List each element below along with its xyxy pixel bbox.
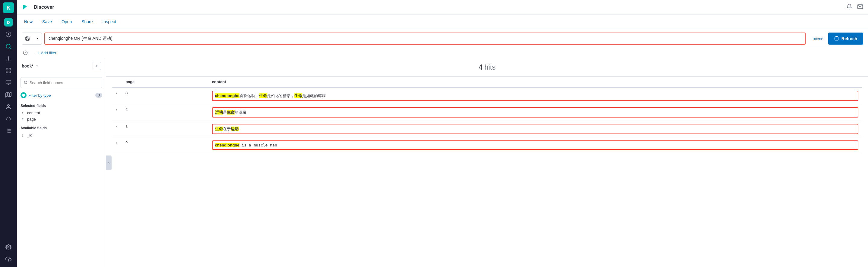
- selected-fields-title: Selected fields: [21, 104, 102, 108]
- svg-point-1: [6, 44, 10, 48]
- nav-icon-user-avatar[interactable]: D: [3, 17, 14, 28]
- nav-icon-visualize[interactable]: [3, 53, 14, 64]
- results-table: page content › 8: [106, 76, 868, 267]
- refresh-button[interactable]: Refresh: [828, 33, 863, 44]
- filter-by-type-label: Filter by type: [28, 93, 51, 98]
- selected-field-content[interactable]: t content: [21, 110, 102, 116]
- dashboard-icon: [5, 67, 11, 73]
- highlight-span: chenqionghe: [215, 93, 240, 98]
- nav-icon-user[interactable]: [3, 101, 14, 112]
- row-content: 生命在于运动: [215, 126, 855, 132]
- share-button[interactable]: Share: [79, 18, 95, 25]
- refresh-label: Refresh: [841, 36, 857, 41]
- highlight-span: 生命: [294, 93, 302, 98]
- row-expand-button[interactable]: ›: [116, 141, 117, 145]
- mail-icon[interactable]: [857, 4, 863, 10]
- highlight-span: chenqionghe: [215, 143, 240, 147]
- content-highlight-wrapper: 生命在于运动: [212, 124, 858, 134]
- available-fields-title: Available fields: [21, 126, 102, 130]
- row-expand-button[interactable]: ›: [116, 124, 117, 128]
- content-cell: 运动是生命的源泉: [208, 104, 862, 121]
- nav-icon-dashboard[interactable]: [3, 65, 14, 76]
- table-row: › 9 chenqionghe is a muscle man: [112, 137, 862, 153]
- save-button[interactable]: Save: [40, 18, 54, 25]
- nav-icon-canvas[interactable]: [3, 77, 14, 88]
- nav-icon-recent[interactable]: [3, 29, 14, 40]
- available-fields-section: Available fields t _id: [17, 124, 106, 139]
- user-avatar: D: [4, 18, 13, 27]
- logo-letter: K: [7, 5, 10, 11]
- page-cell: 1: [122, 121, 208, 137]
- content-highlight-wrapper: chenqionghe is a muscle man: [212, 140, 858, 150]
- svg-rect-7: [9, 68, 11, 70]
- content-cell: 生命在于运动: [208, 121, 862, 137]
- row-expand-button[interactable]: ›: [116, 108, 117, 112]
- selected-field-page[interactable]: # page: [21, 116, 102, 122]
- nav-icon-dev-tools[interactable]: [3, 113, 14, 124]
- text-span: 是如此的精彩，: [267, 93, 294, 98]
- highlight-span: 生命: [215, 127, 223, 131]
- content-cell: chenqionghe is a muscle man: [208, 137, 862, 153]
- svg-point-16: [7, 105, 10, 107]
- query-input-wrapper: [44, 33, 806, 44]
- hits-bar: 4 hits: [106, 58, 868, 76]
- open-button[interactable]: Open: [59, 18, 74, 25]
- collapse-handle-icon: [107, 161, 111, 165]
- filter-by-type-icon: [21, 92, 27, 98]
- nav-rail: K D: [0, 0, 17, 267]
- content-cell: chenqionghe喜欢运动，生命是如此的精彩，生命是如此的辉煌: [208, 88, 862, 104]
- field-name-page: page: [27, 117, 36, 122]
- row-expand-button[interactable]: ›: [116, 91, 117, 95]
- svg-line-2: [10, 47, 11, 49]
- add-filter-button[interactable]: + Add filter: [38, 51, 56, 55]
- svg-marker-13: [6, 92, 11, 97]
- stack-management-icon: [5, 128, 11, 134]
- field-type-icon-page: #: [22, 118, 25, 121]
- filter-svg-icon: [23, 50, 28, 55]
- row-content: chenqionghe is a muscle man: [215, 142, 855, 148]
- table-row: › 2 运动是生命的源泉: [112, 104, 862, 121]
- nav-icon-stack-management[interactable]: [3, 125, 14, 136]
- svg-line-29: [27, 84, 27, 84]
- available-field-id[interactable]: t _id: [21, 132, 102, 138]
- selected-fields-section: Selected fields t content # page: [17, 101, 106, 124]
- upload-icon: [5, 256, 11, 262]
- page-cell: 8: [122, 88, 208, 104]
- index-chevron-icon[interactable]: [35, 64, 39, 68]
- page-col-header: page: [122, 76, 208, 88]
- toolbar: New Save Open Share Inspect: [17, 14, 868, 29]
- filter-type-icon: [22, 93, 25, 97]
- settings-icon: [5, 244, 11, 250]
- field-name-content: content: [27, 110, 40, 115]
- sidebar-collapse-button[interactable]: [93, 62, 101, 70]
- filter-dash: —: [31, 51, 35, 55]
- page-cell: 9: [122, 137, 208, 153]
- app-logo[interactable]: K: [3, 2, 14, 13]
- query-area: Lucene Refresh: [17, 29, 868, 47]
- query-save-group: [22, 33, 42, 44]
- kibana-icon: [22, 4, 29, 11]
- table-row: › 8 chenqionghe喜欢运动，生命是如此的精彩，生命是如此的辉煌: [112, 88, 862, 104]
- text-span: 喜欢运动，: [240, 93, 259, 98]
- query-input[interactable]: [49, 36, 801, 41]
- inspect-button[interactable]: Inspect: [100, 18, 119, 25]
- content-highlight-wrapper: 运动是生命的源泉: [212, 107, 858, 118]
- filter-by-type-row[interactable]: Filter by type 0: [17, 91, 106, 101]
- new-button[interactable]: New: [22, 18, 35, 25]
- dev-tools-icon: [5, 116, 11, 122]
- sidebar-collapse-handle[interactable]: [106, 156, 112, 170]
- user-icon: [5, 104, 11, 110]
- highlight-span: 生命: [227, 110, 235, 114]
- field-search-input[interactable]: [30, 80, 99, 85]
- language-selector[interactable]: Lucene: [808, 36, 826, 41]
- nav-icon-upload[interactable]: [3, 254, 14, 265]
- content-col-header: content: [208, 76, 862, 88]
- nav-icon-settings[interactable]: [3, 242, 14, 253]
- svg-rect-6: [6, 68, 8, 70]
- notifications-icon[interactable]: [846, 4, 852, 10]
- nav-icon-maps[interactable]: [3, 89, 14, 100]
- text-span: 是: [223, 110, 227, 114]
- query-save-icon[interactable]: [22, 33, 33, 44]
- query-dropdown-button[interactable]: [33, 33, 42, 44]
- nav-icon-discover[interactable]: [3, 41, 14, 52]
